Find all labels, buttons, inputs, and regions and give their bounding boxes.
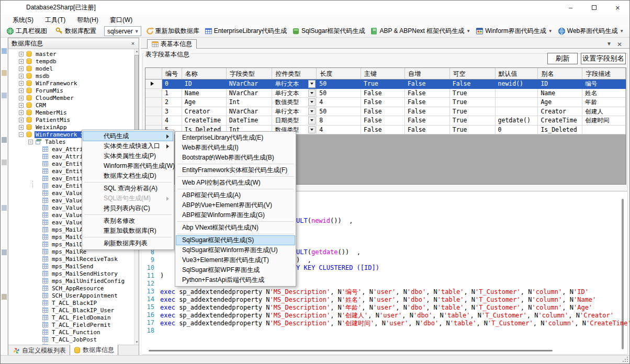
- toolbar-button[interactable]: Web界面代码生成▼: [555, 26, 626, 37]
- grid-cell[interactable]: Age: [182, 98, 227, 107]
- submenu-item[interactable]: Web API控制器代码生成(W): [176, 178, 295, 188]
- grid-cell[interactable]: Name: [538, 89, 582, 98]
- grid-cell[interactable]: ID: [538, 79, 582, 89]
- chevron-down-icon[interactable]: ▼: [466, 29, 470, 33]
- grid-cell[interactable]: False: [361, 116, 405, 126]
- chevron-down-icon[interactable]: ▼: [620, 29, 624, 33]
- submenu-item[interactable]: Abp VNext框架代码生成(N): [176, 223, 295, 233]
- grid-cell[interactable]: False: [405, 79, 450, 89]
- tree-item-database[interactable]: +tempdb: [8, 58, 134, 65]
- scroll-down-icon[interactable]: ▼: [134, 340, 139, 345]
- grid-cell[interactable]: 0: [162, 79, 182, 89]
- grid-cell[interactable]: 单行文本: [272, 89, 317, 98]
- tree-item-table[interactable]: SCH_UserAppointment: [8, 292, 134, 299]
- context-menu-item[interactable]: Winform界面代码生成(W): [83, 161, 173, 171]
- grid-cell[interactable]: [496, 107, 538, 117]
- context-menu-item[interactable]: SQL 查询分析器(A): [83, 184, 173, 194]
- grid-cell[interactable]: False: [405, 116, 450, 126]
- grid-cell[interactable]: 50: [317, 107, 361, 117]
- submenu-item[interactable]: Web界面代码生成(I): [176, 143, 295, 153]
- submenu-item[interactable]: EntityFramework实体框架代码生成(F): [176, 165, 295, 175]
- submenu-item[interactable]: Bootstrap的Web界面代码生成(B): [176, 153, 295, 163]
- grid-cell[interactable]: 4: [317, 126, 361, 135]
- tree-item-table[interactable]: T_ACL_BlackIP: [8, 299, 134, 306]
- grid-cell[interactable]: False: [361, 89, 405, 98]
- grid-cell[interactable]: 数值类型: [272, 98, 317, 107]
- grid-cell[interactable]: True: [450, 98, 496, 107]
- grid-col-header[interactable]: 字段描述: [582, 68, 626, 79]
- context-menu-item[interactable]: 数据库文档生成(D): [83, 171, 173, 181]
- grid-cell[interactable]: 4: [162, 116, 182, 126]
- context-menu-item[interactable]: 拷贝列表内容(C): [83, 203, 173, 213]
- grid-cell[interactable]: False: [361, 107, 405, 117]
- toolbar-button[interactable]: 数据库配置: [53, 26, 99, 37]
- grid-cell[interactable]: NVarChar: [227, 79, 273, 89]
- toolbar-button[interactable]: 工具栏视图: [4, 26, 50, 37]
- grid-cell[interactable]: CreateTime: [182, 116, 227, 126]
- grid-cell[interactable]: 姓名: [582, 89, 626, 98]
- grid-cell[interactable]: 编号: [582, 79, 626, 89]
- panel-tab-database-info[interactable]: 数据库信息: [70, 345, 118, 356]
- grid-cell[interactable]: True: [361, 79, 405, 89]
- grid-cell[interactable]: 50: [317, 89, 361, 98]
- toolbar-button[interactable]: ABP & ABPNext 框架代码生成▼: [367, 26, 473, 37]
- context-menu-item[interactable]: 表别名修改: [83, 216, 173, 226]
- grid-cell[interactable]: 年龄: [582, 98, 626, 107]
- tree-item-table[interactable]: T_ACL_FieldPermit: [8, 321, 134, 328]
- grid-col-header[interactable]: 长度: [317, 68, 361, 79]
- grid-cell[interactable]: False: [405, 107, 450, 117]
- tree-item-database[interactable]: +master: [8, 50, 134, 58]
- context-menu-item[interactable]: 刷新数据库列表: [83, 238, 173, 248]
- grid-col-header[interactable]: 默认值: [496, 68, 538, 79]
- pin-icon[interactable]: [122, 40, 129, 47]
- toolbar-button[interactable]: EnterpriseLibrary代码生成: [202, 26, 289, 37]
- submenu-item[interactable]: ABP框架代码生成(A): [176, 190, 295, 200]
- tree-item-table[interactable]: mps_MailSendHistory: [8, 270, 134, 277]
- context-menu-item[interactable]: 代码生成: [83, 131, 173, 141]
- grid-cell[interactable]: False: [405, 89, 450, 98]
- submenu-item[interactable]: ABP框架Winform界面生成(G): [176, 210, 295, 220]
- grid-cell[interactable]: 3: [162, 107, 182, 117]
- refresh-button[interactable]: 刷新: [547, 53, 578, 64]
- tab-table-basic-info[interactable]: 表基本信息: [147, 39, 197, 49]
- cell-combo-dropdown[interactable]: [308, 108, 316, 116]
- close-icon[interactable]: ×: [606, 1, 629, 15]
- grid-cell[interactable]: True: [450, 89, 496, 98]
- cell-combo-dropdown[interactable]: [308, 80, 316, 88]
- grid-cell[interactable]: False: [450, 79, 496, 89]
- grid-cell[interactable]: True: [450, 126, 496, 135]
- grid-cell[interactable]: 创建时间: [582, 116, 626, 126]
- grid-row-selector[interactable]: [145, 89, 162, 98]
- tree-item-database[interactable]: +msdb: [8, 72, 134, 79]
- grid-cell[interactable]: Is_Deleted: [538, 126, 582, 135]
- grid-cell[interactable]: newid(): [496, 79, 538, 89]
- tree-item-database[interactable]: +MemberMis: [8, 109, 134, 116]
- grid-cell[interactable]: Name: [182, 89, 227, 98]
- grid-col-header[interactable]: 控件类型: [272, 68, 317, 79]
- tree-item-table[interactable]: T_ACL_JobPost: [8, 336, 134, 343]
- grid-cell[interactable]: False: [361, 126, 405, 135]
- menu-item-w[interactable]: 窗口(W): [104, 15, 138, 26]
- grid-cell[interactable]: NVarChar: [227, 107, 273, 117]
- grid-cell[interactable]: [582, 126, 626, 135]
- toolbar-button[interactable]: SqlSugar框架代码生成: [289, 26, 367, 37]
- grid-col-header[interactable]: 可空: [450, 68, 496, 79]
- tree-item-table[interactable]: T_ACL_Function: [8, 328, 134, 336]
- grid-row-selector[interactable]: [145, 116, 162, 126]
- tree-item-database[interactable]: +PatientMis: [8, 116, 134, 123]
- grid-cell[interactable]: Int: [227, 98, 273, 107]
- grid-cell[interactable]: NVarChar: [227, 89, 273, 98]
- submenu-item[interactable]: ABP的Vue+Element界面代码(V): [176, 200, 295, 210]
- cell-combo-dropdown[interactable]: [308, 126, 316, 134]
- grid-cell[interactable]: 4: [317, 98, 361, 107]
- close-icon[interactable]: ✕: [617, 41, 622, 48]
- grid-cell[interactable]: Creator: [182, 107, 227, 117]
- grid-cell[interactable]: True: [450, 107, 496, 117]
- grid-cell[interactable]: 0: [496, 126, 538, 135]
- submenu-item[interactable]: SqlSugar框架代码生成(S): [176, 235, 295, 245]
- collapse-icon[interactable]: −: [28, 140, 33, 144]
- grid-cell[interactable]: ID: [182, 79, 227, 89]
- resize-grip[interactable]: [623, 357, 628, 362]
- cell-combo-dropdown[interactable]: [308, 89, 316, 97]
- grid-cell[interactable]: 创建人: [582, 107, 626, 117]
